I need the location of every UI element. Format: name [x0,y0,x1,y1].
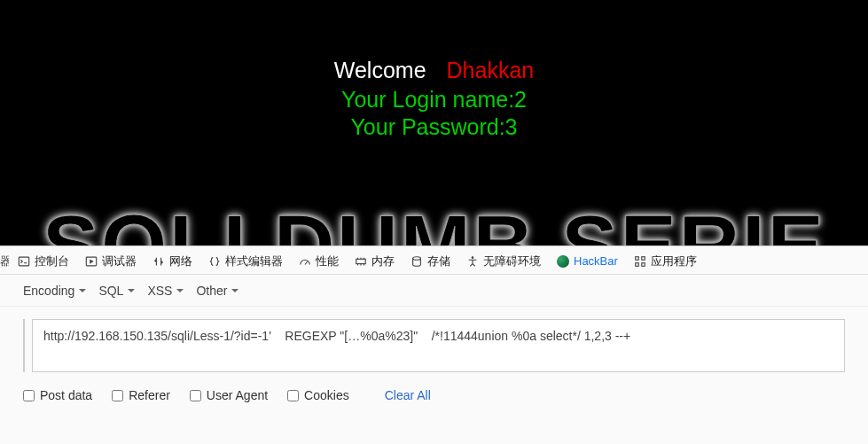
encoding-menu[interactable]: Encoding [23,284,86,298]
tab-apps[interactable]: 应用程序 [626,251,704,272]
encoding-label: Encoding [23,284,74,298]
clear-all-link[interactable]: Clear All [385,388,431,402]
dhakkan-text: Dhakkan [447,58,535,82]
tab-network[interactable]: 网络 [145,251,199,272]
tab-performance[interactable]: 性能 [291,251,346,272]
console-icon [17,254,31,269]
storage-icon [410,254,424,269]
memory-icon [354,254,368,269]
cookies-checkbox[interactable]: Cookies [287,388,349,402]
hackbar-icon [556,254,570,269]
svg-rect-2 [356,259,366,263]
tab-memory[interactable]: 内存 [347,251,402,272]
tab-network-label: 网络 [169,253,192,269]
caret-icon [176,289,184,292]
tab-truncated[interactable]: 器 [0,253,9,269]
svg-rect-6 [642,256,645,260]
tab-apps-label: 应用程序 [651,253,697,269]
tab-style-editor[interactable]: 样式编辑器 [200,251,290,272]
tab-performance-label: 性能 [316,253,339,269]
svg-rect-7 [636,262,639,266]
tab-accessibility[interactable]: 无障碍环境 [458,251,548,272]
cookies-input[interactable] [287,390,299,401]
user-agent-input[interactable] [190,390,201,401]
referer-checkbox[interactable]: Referer [112,388,170,402]
user-agent-checkbox[interactable]: User Agent [190,388,268,402]
tab-accessibility-label: 无障碍环境 [483,253,541,269]
xss-label: XSS [147,284,172,298]
url-row [0,307,868,379]
other-menu[interactable]: Other [196,284,239,298]
post-data-label: Post data [40,388,92,402]
devtools-panel: 器 控制台 调试器 网络 样式编辑器 性能 内存 存储 [0,245,868,444]
style-icon [207,254,222,269]
options-row: Post data Referer User Agent Cookies Cle… [0,379,868,402]
tab-console[interactable]: 控制台 [10,251,76,272]
caret-icon [128,289,135,292]
sql-menu[interactable]: SQL [98,284,135,298]
xss-menu[interactable]: XSS [147,284,184,298]
post-data-input[interactable] [23,390,35,401]
login-name: Your Login name:2 [0,87,868,113]
svg-point-3 [413,256,421,260]
svg-rect-0 [19,257,28,266]
sql-label: SQL [98,284,123,298]
url-input[interactable] [32,319,845,372]
cookies-label: Cookies [304,388,349,402]
tab-debugger-label: 调试器 [102,253,137,269]
svg-rect-8 [642,262,645,266]
user-agent-label: User Agent [207,388,268,402]
caret-icon [79,289,86,292]
tab-hackbar[interactable]: HackBar [549,252,625,271]
caret-icon [231,289,239,292]
tab-style-label: 样式编辑器 [225,253,283,269]
performance-icon [298,254,312,269]
tab-storage[interactable]: 存储 [403,251,457,272]
background-title: SQLI DUMB SERIE [0,197,868,245]
svg-rect-5 [636,256,639,260]
welcome-text: Welcome [334,58,426,82]
other-label: Other [196,284,227,298]
apps-icon [633,254,647,269]
tab-console-label: 控制台 [35,253,69,269]
sqli-labs-page: Welcome Dhakkan Your Login name:2 Your P… [0,0,868,245]
password: Your Password:3 [0,114,868,140]
welcome-block: Welcome Dhakkan Your Login name:2 Your P… [0,0,868,140]
accessibility-icon [465,254,480,269]
tab-hackbar-label: HackBar [574,254,618,268]
debugger-icon [84,254,98,269]
referer-label: Referer [129,388,170,402]
post-data-checkbox[interactable]: Post data [23,388,92,402]
welcome-line: Welcome Dhakkan [0,58,868,83]
tab-memory-label: 内存 [371,253,395,269]
network-icon [152,254,166,269]
tab-storage-label: 存储 [427,253,450,269]
referer-input[interactable] [112,390,123,401]
devtools-tabs: 器 控制台 调试器 网络 样式编辑器 性能 内存 存储 [0,246,868,275]
svg-point-4 [472,256,474,259]
hackbar-menu-row: Encoding SQL XSS Other [0,275,868,307]
side-gutter [23,319,27,372]
tab-debugger[interactable]: 调试器 [77,251,144,272]
